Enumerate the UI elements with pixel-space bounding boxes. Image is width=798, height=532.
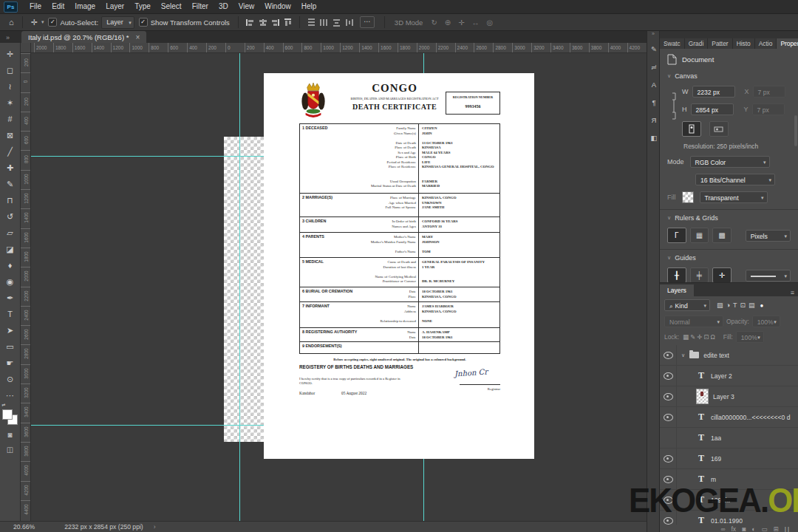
layer-name[interactable]: 169 — [711, 455, 721, 463]
lasso-tool[interactable]: ≀ — [2, 78, 18, 95]
panel-tab[interactable]: Swatc — [660, 38, 685, 49]
menu-item[interactable]: Edit — [47, 0, 69, 13]
filter-adjustment-layers-icon[interactable]: ◑ — [725, 301, 732, 309]
menu-item[interactable]: Help — [296, 0, 322, 13]
align-right-icon[interactable] — [270, 18, 280, 27]
layer-row[interactable]: ∨ T cilla0000000...<<<<<<<<0 d — [660, 407, 798, 428]
layer-fill-field[interactable]: 100%▾ — [736, 331, 764, 343]
chevron-down-icon[interactable]: ∨ — [681, 352, 685, 358]
canvas-area[interactable]: CONGO BIRTHS, DEATHS AND MARRIAGES REGIS… — [31, 53, 647, 521]
lock-artboard-icon[interactable]: ⊡ — [703, 333, 709, 341]
quick-mask-button[interactable]: ◙ — [3, 430, 18, 440]
character-panel-icon[interactable]: A — [647, 75, 661, 93]
layer-visibility-toggle[interactable] — [660, 366, 677, 386]
brushes-panel-icon[interactable]: ✎ — [647, 40, 661, 58]
eraser-tool[interactable]: ▱ — [2, 225, 18, 241]
distribute-centers-horizontal-icon[interactable] — [344, 18, 354, 27]
adjustment-layer-icon[interactable]: ◐ — [751, 525, 755, 532]
edit-toolbar[interactable]: ⋯ — [2, 387, 18, 403]
delete-layer-icon[interactable]: ∐ — [785, 525, 789, 532]
panel-tab[interactable]: Properties — [777, 38, 798, 49]
align-left-icon[interactable] — [245, 18, 255, 27]
canvas-y-field[interactable]: 7 px — [752, 103, 785, 115]
3d-zoom-icon[interactable]: ◎ — [483, 18, 497, 27]
rulers-grids-section-header[interactable]: ∨ Rulers & Grids — [667, 214, 791, 222]
canvas-section-header[interactable]: ∨ Canvas — [667, 72, 791, 80]
color-swatches[interactable]: ⇄ — [2, 408, 18, 426]
menu-item[interactable]: Window — [259, 0, 296, 13]
menu-item[interactable]: Filter — [187, 0, 214, 13]
grid-settings-button[interactable]: ▩ — [712, 228, 732, 243]
layer-row[interactable]: ∨ T 1aa — [660, 428, 798, 449]
healing-brush-tool[interactable]: ✚ — [2, 160, 18, 176]
scrollbar[interactable] — [794, 115, 797, 146]
3d-orbit-icon[interactable]: ↻ — [427, 18, 440, 27]
panel-menu-icon[interactable]: ≡ — [791, 289, 798, 296]
swap-colors-icon[interactable]: ⇄ — [2, 402, 6, 407]
toggle-guides-button[interactable]: ╂ — [667, 267, 686, 282]
opacity-field[interactable]: 100%▾ — [752, 316, 780, 327]
3d-pan-icon[interactable]: ✛ — [454, 18, 468, 27]
canvas-height-field[interactable]: 2854 px — [691, 103, 734, 115]
paragraph-panel-icon[interactable]: ¶ — [647, 93, 661, 111]
layer-row[interactable]: ∨ T 169 — [660, 449, 798, 469]
filter-shape-layers-icon[interactable]: ⊡ — [738, 301, 747, 309]
home-icon[interactable]: ⌂ — [6, 18, 17, 27]
layer-visibility-toggle[interactable] — [660, 428, 677, 448]
panel-tab[interactable]: Gradi — [685, 38, 708, 49]
horizontal-ruler[interactable]: 2000180016001400120010008006004002000200… — [31, 43, 647, 53]
more-options-icon[interactable]: ⋯ — [360, 16, 375, 28]
distribute-centers-vertical-icon[interactable] — [332, 18, 341, 27]
menu-item[interactable]: Image — [69, 0, 100, 13]
layer-name[interactable]: Layer 2 — [711, 372, 732, 380]
blend-mode-dropdown[interactable]: Normal▾ — [664, 316, 723, 327]
layer-row[interactable]: ∨ T Layer 3 — [660, 386, 798, 407]
show-transform-checkbox[interactable]: ✓ — [139, 18, 148, 27]
layer-visibility-toggle[interactable] — [660, 345, 677, 365]
link-layers-icon[interactable]: ∞ — [720, 525, 725, 532]
align-top-icon[interactable] — [283, 18, 293, 27]
filter-toggle-pin-icon[interactable]: ● — [760, 302, 764, 309]
dodge-tool[interactable]: ◉ — [2, 273, 18, 290]
chevron-down-icon[interactable]: ▾ — [41, 19, 44, 25]
lock-position-icon[interactable]: ✛ — [696, 333, 703, 341]
filter-type-layers-icon[interactable]: T — [732, 301, 739, 309]
layer-row[interactable]: ∨ T Layer 2 — [660, 366, 798, 386]
vertical-guide[interactable] — [239, 53, 240, 521]
glyphs-panel-icon[interactable]: Я — [647, 111, 661, 129]
lock-image-icon[interactable]: ✎ — [689, 333, 696, 341]
panel-tab[interactable]: Actio — [755, 38, 777, 49]
move-tool-icon[interactable]: ✛ — [28, 18, 41, 27]
new-group-icon[interactable]: ▭ — [761, 525, 767, 532]
lock-transparency-icon[interactable]: ▦ — [682, 333, 689, 341]
layer-name[interactable]: Layer 3 — [713, 393, 734, 400]
new-layer-icon[interactable]: ⊞ — [773, 525, 778, 532]
filter-smart-objects-icon[interactable]: ▤ — [747, 301, 757, 309]
menu-item[interactable]: 3D — [214, 0, 233, 13]
menu-item[interactable]: Select — [156, 0, 187, 13]
layer-filter-kind-dropdown[interactable]: ⌕Kind ▾ — [664, 299, 710, 311]
align-center-horizontal-icon[interactable] — [258, 18, 267, 27]
vertical-ruler[interactable]: 2000200400600800100012001400160018002000… — [21, 53, 31, 521]
brush-settings-panel-icon[interactable]: ≓ — [647, 58, 661, 75]
link-dimensions-icon[interactable] — [670, 92, 678, 121]
lock-guides-button[interactable]: ╪ — [690, 267, 709, 282]
layer-visibility-toggle[interactable] — [660, 449, 677, 468]
libraries-panel-icon[interactable]: ◧ — [647, 129, 661, 146]
layers-tab[interactable]: Layers — [660, 284, 694, 296]
auto-select-checkbox[interactable]: ✓ — [48, 18, 57, 27]
rectangular-marquee-tool[interactable]: ◻ — [2, 62, 18, 78]
layer-effects-icon[interactable]: fx — [732, 525, 737, 532]
pen-tool[interactable]: ✒ — [2, 290, 18, 306]
fill-dropdown[interactable]: Transparent▾ — [700, 191, 768, 203]
zoom-tool[interactable]: ⊙ — [2, 371, 18, 387]
orientation-landscape-button[interactable] — [709, 121, 729, 137]
clone-stamp-tool[interactable]: ⊓ — [2, 192, 18, 208]
brush-tool[interactable]: ✎ — [2, 176, 18, 192]
gradient-tool[interactable]: ◪ — [2, 241, 18, 257]
layer-row[interactable]: ∨ T edite text — [660, 345, 798, 366]
menu-item[interactable]: Type — [129, 0, 156, 13]
foreground-color-swatch[interactable] — [2, 409, 13, 420]
menu-item[interactable]: Layer — [100, 0, 129, 13]
clear-guides-button[interactable]: ✛ — [712, 267, 732, 282]
